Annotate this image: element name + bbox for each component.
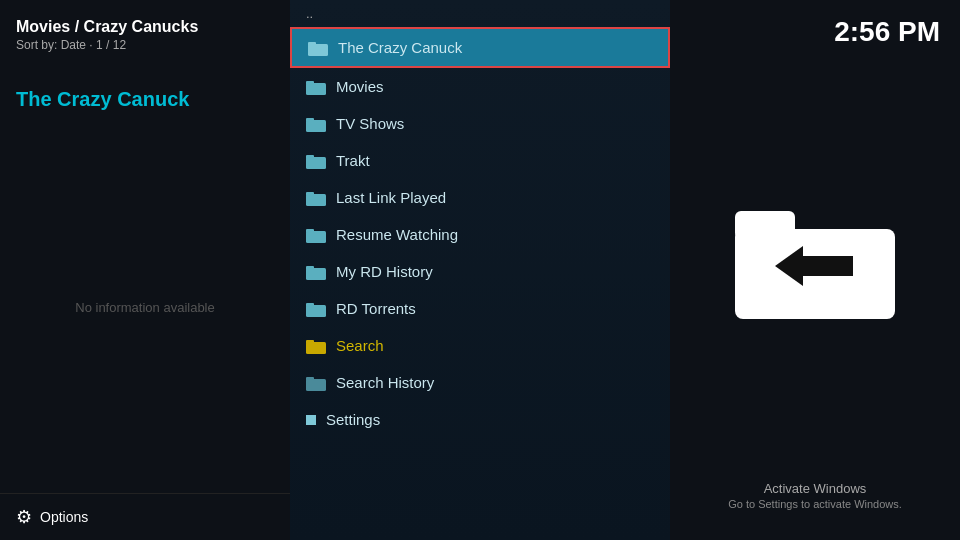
list-item-search[interactable]: Search xyxy=(290,327,670,364)
svg-rect-19 xyxy=(306,377,314,381)
list-item-trakt[interactable]: Trakt xyxy=(290,142,670,179)
folder-icon xyxy=(306,227,326,243)
list-item-last-link-played[interactable]: Last Link Played xyxy=(290,179,670,216)
list-item-rd-torrents[interactable]: RD Torrents xyxy=(290,290,670,327)
folder-icon xyxy=(306,338,326,354)
folder-art xyxy=(735,60,895,471)
list-item-movies[interactable]: Movies xyxy=(290,68,670,105)
options-icon: ⚙ xyxy=(16,506,32,528)
folder-icon xyxy=(306,301,326,317)
breadcrumb-area: Movies / Crazy Canucks Sort by: Date · 1… xyxy=(0,0,290,58)
list-item-tv-shows[interactable]: TV Shows xyxy=(290,105,670,142)
list-item-label: Trakt xyxy=(336,152,370,169)
folder-icon xyxy=(306,190,326,206)
folder-icon xyxy=(306,79,326,95)
list-item-the-crazy-canuck[interactable]: The Crazy Canuck xyxy=(290,27,670,68)
options-label: Options xyxy=(40,509,88,525)
list-item-label: My RD History xyxy=(336,263,433,280)
folder-icon xyxy=(306,116,326,132)
folder-icon xyxy=(306,375,326,391)
svg-rect-9 xyxy=(306,192,314,196)
activate-windows-title: Activate Windows xyxy=(728,481,902,496)
list-item-resume-watching[interactable]: Resume Watching xyxy=(290,216,670,253)
no-info-label: No information available xyxy=(0,121,290,493)
list-item-label: Last Link Played xyxy=(336,189,446,206)
svg-rect-5 xyxy=(306,118,314,122)
svg-rect-11 xyxy=(306,229,314,233)
dotdot-label: .. xyxy=(306,6,313,21)
list-item-label: TV Shows xyxy=(336,115,404,132)
clock: 2:56 PM xyxy=(834,16,940,48)
list-item-search-history[interactable]: Search History xyxy=(290,364,670,401)
list-item-label: Search History xyxy=(336,374,434,391)
svg-rect-15 xyxy=(306,303,314,307)
svg-rect-13 xyxy=(306,266,314,270)
svg-rect-22 xyxy=(803,256,853,276)
activate-windows-sub: Go to Settings to activate Windows. xyxy=(728,498,902,510)
list-item-my-rd-history[interactable]: My RD History xyxy=(290,253,670,290)
svg-rect-3 xyxy=(306,81,314,85)
list-item-label: Movies xyxy=(336,78,384,95)
settings-icon xyxy=(306,415,316,425)
sort-info: Sort by: Date · 1 / 12 xyxy=(16,38,274,52)
list-item-label: The Crazy Canuck xyxy=(338,39,462,56)
folder-icon xyxy=(306,153,326,169)
left-panel: Movies / Crazy Canucks Sort by: Date · 1… xyxy=(0,0,290,540)
svg-rect-7 xyxy=(306,155,314,159)
folder-icon xyxy=(306,264,326,280)
breadcrumb: Movies / Crazy Canucks xyxy=(16,18,274,36)
activate-windows: Activate Windows Go to Settings to activ… xyxy=(712,471,918,540)
svg-rect-21 xyxy=(735,211,795,239)
selected-title: The Crazy Canuck xyxy=(0,58,290,121)
svg-rect-17 xyxy=(306,340,314,344)
folder-icon xyxy=(308,40,328,56)
list-item-label: Search xyxy=(336,337,384,354)
list-item-label: Resume Watching xyxy=(336,226,458,243)
options-bar[interactable]: ⚙ Options xyxy=(0,493,290,540)
svg-rect-1 xyxy=(308,42,316,46)
list-item-settings[interactable]: Settings xyxy=(290,401,670,438)
big-folder-icon xyxy=(735,201,895,331)
center-panel: .. The Crazy Canuck Movies TV Shows Trak… xyxy=(290,0,670,540)
list-item-label: RD Torrents xyxy=(336,300,416,317)
right-panel: 2:56 PM Activate Windows Go to Settings … xyxy=(670,0,960,540)
list-item-dotdot[interactable]: .. xyxy=(290,0,670,27)
list-item-label: Settings xyxy=(326,411,380,428)
